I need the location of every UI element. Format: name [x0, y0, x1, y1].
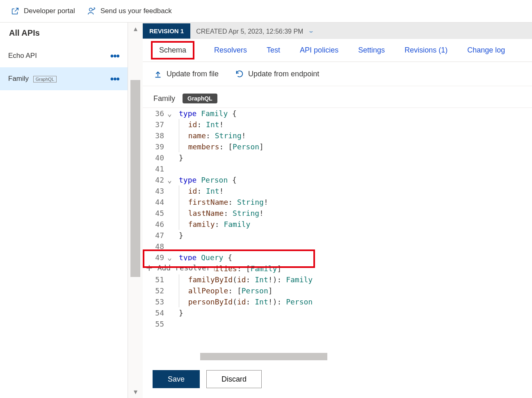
code-text: type Family {	[177, 108, 532, 119]
refresh-icon	[235, 69, 244, 78]
more-icon[interactable]: •••	[110, 73, 119, 85]
scroll-up-icon[interactable]: ▴	[134, 24, 137, 33]
update-from-endpoint-button[interactable]: Update from endpoint	[235, 69, 319, 78]
update-bar: Update from file Update from endpoint	[143, 62, 532, 86]
top-bar: Developer portal Send us your feedback	[0, 0, 532, 23]
revision-created[interactable]: CREATED Apr 5, 2023, 12:56:39 PM ⌄	[190, 26, 320, 36]
revision-created-value: Apr 5, 2023, 12:56:39 PM	[228, 28, 303, 35]
code-text: lastName: String!	[177, 208, 532, 219]
code-line[interactable]: 51 familyById(id: Int!): Family	[143, 274, 532, 285]
more-icon[interactable]: •••	[110, 50, 119, 62]
code-line[interactable]: 39 members: [Person]	[143, 141, 532, 152]
line-number: 52	[143, 285, 167, 296]
upload-file-icon	[153, 69, 162, 78]
fold-icon	[167, 219, 177, 230]
code-line[interactable]: 43 id: Int!	[143, 185, 532, 197]
code-line[interactable]: 36⌄type Family {	[143, 108, 532, 119]
tab-schema[interactable]: Schema	[151, 41, 194, 59]
code-text: }	[177, 307, 532, 318]
save-button[interactable]: Save	[153, 370, 200, 388]
tab-api-policies[interactable]: API policies	[300, 46, 338, 55]
code-text: familyById(id: Int!): Family	[177, 274, 532, 285]
footer: Save Discard	[143, 360, 532, 398]
line-number: 39	[143, 141, 167, 152]
code-text: firstName: String!	[177, 197, 532, 208]
code-line[interactable]: 37 id: Int!	[143, 119, 532, 130]
schema-editor[interactable]: 36⌄type Family {37 id: Int!38 name: Stri…	[143, 108, 532, 353]
sidebar: All APIs Echo API•••Family GraphQL•••	[0, 23, 128, 398]
code-text	[177, 318, 532, 329]
discard-button[interactable]: Discard	[206, 370, 262, 388]
graphql-badge: GraphQL	[183, 94, 217, 103]
code-text: id: Int!	[177, 185, 532, 197]
fold-icon	[167, 185, 177, 197]
chevron-down-icon[interactable]: ⌄	[308, 28, 315, 33]
fold-icon	[167, 119, 177, 130]
sidebar-header: All APIs	[0, 23, 128, 44]
fold-icon	[167, 274, 177, 285]
api-item-echo-api[interactable]: Echo API•••	[0, 44, 128, 67]
line-number: 36	[143, 108, 167, 119]
update-from-endpoint-label: Update from endpoint	[248, 70, 319, 78]
line-number: 40	[143, 152, 167, 163]
add-resolver-button[interactable]: + Add resolver	[143, 261, 214, 274]
line-number: 42	[143, 174, 167, 185]
code-line[interactable]: 48	[143, 241, 532, 252]
developer-portal-link[interactable]: Developer portal	[11, 7, 75, 16]
tab-settings[interactable]: Settings	[358, 46, 385, 55]
code-line[interactable]: 45 lastName: String!	[143, 208, 532, 219]
api-item-family[interactable]: Family GraphQL•••	[0, 67, 128, 90]
fold-icon[interactable]: ⌄	[167, 174, 177, 185]
line-number: 46	[143, 219, 167, 230]
external-link-icon	[11, 7, 20, 16]
code-text: id: Int!	[177, 119, 532, 130]
fold-icon	[167, 208, 177, 219]
code-line[interactable]: 52 allPeople: [Person]	[143, 285, 532, 296]
code-line[interactable]: 41	[143, 163, 532, 174]
feedback-link[interactable]: Send us your feedback	[87, 7, 172, 16]
code-line[interactable]: 38 name: String!	[143, 130, 532, 141]
code-text: }	[177, 152, 532, 163]
plus-icon: +	[146, 262, 153, 273]
fold-icon	[167, 241, 177, 252]
tab-resolvers[interactable]: Resolvers	[214, 46, 247, 55]
code-line[interactable]: 42⌄type Person {	[143, 174, 532, 185]
line-number: 43	[143, 185, 167, 197]
line-number: 51	[143, 274, 167, 285]
code-text: personById(id: Int!): Person	[177, 296, 532, 307]
fold-icon	[167, 285, 177, 296]
update-from-file-label: Update from file	[167, 70, 219, 78]
line-number: 41	[143, 163, 167, 174]
editor-horizontal-scrollbar[interactable]	[200, 353, 327, 360]
code-line[interactable]: 46 family: Family	[143, 219, 532, 230]
code-line[interactable]: 40}	[143, 152, 532, 163]
tab-revisions-1-[interactable]: Revisions (1)	[404, 46, 448, 55]
revision-created-prefix: CREATED	[196, 28, 228, 35]
add-resolver-label: Add resolver	[158, 262, 211, 273]
fold-icon	[167, 130, 177, 141]
code-text: allPeople: [Person]	[177, 285, 532, 296]
sidebar-scrollbar[interactable]: ▴ ▾	[128, 23, 143, 398]
revision-bar: REVISION 1 CREATED Apr 5, 2023, 12:56:39…	[143, 23, 532, 39]
scroll-down-icon[interactable]: ▾	[134, 387, 137, 396]
api-item-name: Family GraphQL	[8, 75, 57, 83]
scrollbar-thumb[interactable]	[130, 80, 140, 277]
fold-icon[interactable]: ⌄	[167, 108, 177, 119]
code-line[interactable]: 44 firstName: String!	[143, 197, 532, 208]
main: REVISION 1 CREATED Apr 5, 2023, 12:56:39…	[143, 23, 532, 398]
fold-icon	[167, 197, 177, 208]
line-number: 47	[143, 230, 167, 241]
code-line[interactable]: 47}	[143, 230, 532, 241]
api-list: Echo API•••Family GraphQL•••	[0, 44, 128, 90]
code-line[interactable]: 53 personById(id: Int!): Person	[143, 296, 532, 307]
tab-change-log[interactable]: Change log	[467, 46, 505, 55]
code-line[interactable]: 55	[143, 318, 532, 329]
update-from-file-button[interactable]: Update from file	[153, 69, 219, 78]
line-number: 53	[143, 296, 167, 307]
api-name: Family	[153, 94, 175, 103]
code-line[interactable]: 54}	[143, 307, 532, 318]
code-text: type Query {	[177, 252, 532, 263]
developer-portal-label: Developer portal	[24, 7, 75, 15]
tab-test[interactable]: Test	[267, 46, 280, 55]
feedback-label: Send us your feedback	[100, 7, 172, 15]
